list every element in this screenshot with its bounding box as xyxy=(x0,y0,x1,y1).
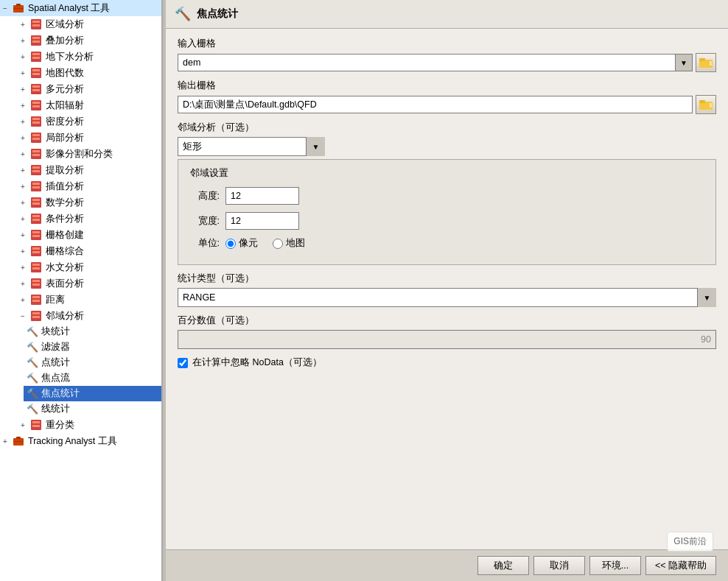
svg-rect-70 xyxy=(699,100,705,103)
sidebar-item-kuai-tongji[interactable]: 🔨 块统计 xyxy=(24,324,161,339)
tool-icon-duoyuan xyxy=(29,82,43,96)
svg-rect-55 xyxy=(32,296,40,298)
sidebar-item-shuiwen[interactable]: + 水文分析 xyxy=(3,259,161,275)
unit-pixel-radio[interactable] xyxy=(225,239,236,249)
input-raster-folder-btn[interactable] xyxy=(696,53,716,72)
width-label: 宽度: xyxy=(190,215,220,228)
tool-icon-juli xyxy=(29,293,43,306)
expand-midu-icon: + xyxy=(18,116,28,127)
percentile-input[interactable] xyxy=(178,330,716,349)
sidebar-item-biaomian[interactable]: + 表面分析 xyxy=(3,275,161,292)
sidebar-item-spatial-analyst[interactable]: − Spatial Analyst 工具 xyxy=(0,0,161,16)
input-raster-input[interactable] xyxy=(178,54,693,71)
neighborhood-select[interactable]: 矩形 圆形 环形 楔形 不规则 权重 xyxy=(178,137,325,156)
sidebar-item-lbq[interactable]: 🔨 滤波器 xyxy=(24,339,161,355)
svg-rect-37 xyxy=(32,199,40,201)
hide-help-button[interactable]: << 隐藏帮助 xyxy=(645,556,716,575)
height-input[interactable] xyxy=(225,187,299,205)
svg-rect-44 xyxy=(32,235,40,237)
watermark: GIS前沿 xyxy=(667,532,713,552)
output-raster-input[interactable] xyxy=(178,96,693,113)
svg-rect-59 xyxy=(32,316,40,318)
nodata-checkbox[interactable] xyxy=(178,358,188,368)
sidebar-item-suge-chuangjian[interactable]: + 栅格创建 xyxy=(3,227,161,243)
environment-button[interactable]: 环境... xyxy=(589,556,641,575)
sidebar-item-chazhi[interactable]: + 插值分析 xyxy=(3,178,161,194)
sidebar-label-suge-chuangjian: 栅格创建 xyxy=(46,229,84,242)
sidebar-item-dian-tongji[interactable]: 🔨 点统计 xyxy=(24,355,161,370)
sidebar-item-duoyuan[interactable]: + 多元分析 xyxy=(3,81,161,97)
sidebar-item-midu[interactable]: + 密度分析 xyxy=(3,113,161,130)
sidebar-item-dieja[interactable]: + 叠加分析 xyxy=(3,32,161,49)
stat-type-dropdown-wrapper: MEAN MAJORITY MAXIMUM MEDIAN MINIMUM MIN… xyxy=(178,288,716,307)
unit-map-radio[interactable] xyxy=(273,239,283,249)
unit-pixel-label: 像元 xyxy=(239,237,258,250)
sidebar-label-biaomian: 表面分析 xyxy=(46,278,84,290)
sidebar-item-jiaodian-liu[interactable]: 🔨 焦点流 xyxy=(24,370,161,386)
output-raster-row xyxy=(178,95,716,114)
svg-rect-65 xyxy=(13,441,24,442)
svg-rect-29 xyxy=(32,154,40,156)
neighborhood-label: 邻域分析（可选） xyxy=(178,122,716,134)
sidebar: − Spatial Analyst 工具 + xyxy=(0,0,162,581)
sidebar-item-jiaodian-tongji[interactable]: 🔨 焦点统计 xyxy=(24,386,161,401)
sidebar-item-quyu[interactable]: + 区域分析 xyxy=(3,16,161,32)
sidebar-item-suge-zonghe[interactable]: + 栅格综合 xyxy=(3,243,161,259)
sidebar-item-chongfenlei[interactable]: + 重分类 xyxy=(3,417,161,433)
expand-ditucodes-icon: + xyxy=(18,68,28,78)
sidebar-item-dixiashui[interactable]: + 地下水分析 xyxy=(3,49,161,65)
output-raster-folder-btn[interactable] xyxy=(696,95,716,114)
svg-rect-47 xyxy=(32,251,40,253)
width-input[interactable] xyxy=(225,212,299,230)
sidebar-item-xian-tongji[interactable]: 🔨 线统计 xyxy=(24,401,161,417)
sidebar-label-shuxue: 数学分析 xyxy=(46,197,84,209)
confirm-button[interactable]: 确定 xyxy=(477,556,529,575)
svg-rect-49 xyxy=(32,264,40,266)
sidebar-label-lbq: 滤波器 xyxy=(41,341,70,353)
tool-icon-suge-chuangjian xyxy=(29,228,43,242)
sidebar-item-ditucodes[interactable]: + 地图代数 xyxy=(3,65,161,81)
expand-shuiwen-icon: + xyxy=(18,262,28,272)
cancel-button[interactable]: 取消 xyxy=(533,556,585,575)
sidebar-label-tiaojian: 条件分析 xyxy=(46,213,84,225)
sidebar-item-taiyang[interactable]: + 太阳辐射 xyxy=(3,97,161,113)
hammer-icon-jiaodian-liu: 🔨 xyxy=(27,373,38,384)
unit-map-option[interactable]: 地图 xyxy=(273,237,305,250)
expand-dieja-icon: + xyxy=(18,35,28,46)
tool-icon-lingyu xyxy=(29,309,43,323)
sidebar-label-spatial-analyst: Spatial Analyst 工具 xyxy=(28,2,110,15)
input-raster-dropdown-arrow[interactable]: ▼ xyxy=(675,54,693,71)
svg-rect-67 xyxy=(699,58,705,61)
unit-pixel-option[interactable]: 像元 xyxy=(225,237,258,250)
expand-lingyu-icon: − xyxy=(18,311,28,321)
svg-rect-50 xyxy=(32,267,40,270)
sidebar-item-lingyu[interactable]: − 邻域分析 xyxy=(3,308,161,324)
svg-rect-56 xyxy=(32,300,40,302)
sidebar-item-shuxue[interactable]: + 数学分析 xyxy=(3,194,161,211)
expand-icon: − xyxy=(0,3,10,13)
watermark-text: GIS前沿 xyxy=(673,536,707,546)
input-raster-row: ▼ xyxy=(178,53,716,72)
input-raster-dropdown-wrapper: ▼ xyxy=(178,54,693,71)
expand-taiyang-icon: + xyxy=(18,100,28,110)
sidebar-label-shuiwen: 水文分析 xyxy=(46,261,84,274)
tool-icon-biaomian xyxy=(29,277,43,290)
svg-rect-13 xyxy=(32,69,40,71)
sidebar-item-juli[interactable]: + 距离 xyxy=(3,292,161,308)
sidebar-item-jubu[interactable]: + 局部分析 xyxy=(3,130,161,146)
expand-biaomian-icon: + xyxy=(18,278,28,289)
sidebar-label-duoyuan: 多元分析 xyxy=(46,83,84,96)
main-content: 🔨 焦点统计 输入栅格 ▼ xyxy=(166,0,728,581)
stat-type-select[interactable]: MEAN MAJORITY MAXIMUM MEDIAN MINIMUM MIN… xyxy=(178,288,716,307)
sidebar-item-yingxiang[interactable]: + 影像分割和分类 xyxy=(3,146,161,162)
sidebar-item-tiqu[interactable]: + 提取分析 xyxy=(3,162,161,178)
tool-icon-dieja xyxy=(29,34,43,47)
svg-rect-16 xyxy=(32,85,40,88)
sidebar-item-tracking[interactable]: + Tracking Analyst 工具 xyxy=(0,433,161,449)
dialog-body: 输入栅格 ▼ 输出栅格 xyxy=(166,29,728,549)
sidebar-item-tiaojian[interactable]: + 条件分析 xyxy=(3,211,161,227)
sidebar-label-dieja: 叠加分析 xyxy=(46,35,84,47)
expand-duoyuan-icon: + xyxy=(18,84,28,94)
sidebar-label-jiaodian-liu: 焦点流 xyxy=(41,372,70,384)
tool-icon-jubu xyxy=(29,131,43,144)
